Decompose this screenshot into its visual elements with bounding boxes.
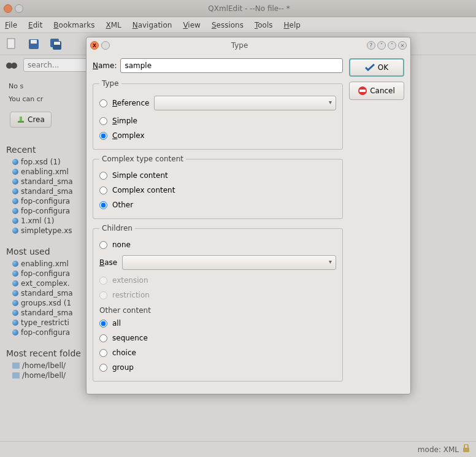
complex-radio[interactable] (99, 132, 107, 140)
dialog-title: Type (112, 41, 367, 50)
sequence-label: sequence (112, 334, 148, 342)
ctc-legend: Complex type content (99, 155, 186, 163)
none-radio[interactable] (99, 241, 107, 249)
name-input[interactable] (120, 58, 343, 73)
choice-label: choice (112, 348, 136, 357)
simple-radio[interactable] (99, 117, 107, 125)
type-legend: Type (99, 79, 121, 88)
complex-label: Complex (112, 131, 145, 140)
cancel-icon (358, 86, 367, 95)
ok-label: OK (378, 63, 388, 72)
children-fieldset: Children none Base extension restriction (93, 224, 343, 382)
choice-radio[interactable] (99, 349, 107, 357)
base-combo[interactable] (122, 255, 336, 270)
cancel-button[interactable]: Cancel (349, 82, 404, 100)
group-radio[interactable] (99, 364, 107, 372)
dialog-max-icon[interactable]: ˄ (388, 41, 396, 50)
children-legend: Children (99, 224, 135, 232)
reference-combo[interactable] (154, 96, 336, 110)
cancel-label: Cancel (370, 86, 395, 95)
complex-content-label: Complex content (112, 186, 175, 194)
dialog-help-icon[interactable]: ? (367, 41, 375, 50)
dialog-close-icon[interactable]: x (90, 41, 99, 50)
simple-label: Simple (112, 117, 137, 125)
group-label: group (112, 363, 134, 372)
ok-button[interactable]: OK (349, 58, 404, 77)
other-radio[interactable] (99, 201, 107, 209)
restriction-label: restriction (112, 291, 150, 299)
complex-content-radio[interactable] (99, 186, 107, 194)
check-icon (365, 64, 375, 71)
type-fieldset: Type Reference Simple Complex (93, 79, 343, 150)
reference-label: Reference (112, 99, 149, 107)
dialog-titlebar: x Type ? ˅ ˄ × (86, 37, 410, 53)
reference-radio[interactable] (99, 99, 107, 107)
restriction-radio[interactable] (99, 291, 107, 299)
extension-radio[interactable] (99, 277, 107, 285)
ctc-fieldset: Complex type content Simple content Comp… (93, 155, 343, 219)
type-dialog: x Type ? ˅ ˄ × Name: Type Reference (86, 37, 411, 394)
dialog-shade-icon[interactable]: ˅ (377, 41, 386, 50)
all-label: all (112, 319, 121, 328)
other-content-label: Other content (99, 306, 336, 315)
simple-content-radio[interactable] (99, 172, 107, 180)
all-radio[interactable] (99, 320, 107, 328)
sequence-radio[interactable] (99, 334, 107, 342)
dialog-close2-icon[interactable]: × (398, 41, 407, 50)
none-label: none (112, 240, 131, 249)
dialog-min-icon[interactable] (101, 41, 110, 50)
simple-content-label: Simple content (112, 171, 168, 180)
name-label: Name: (93, 61, 117, 70)
other-label: Other (112, 201, 133, 209)
base-label: Base (99, 258, 117, 267)
extension-label: extension (112, 276, 148, 285)
